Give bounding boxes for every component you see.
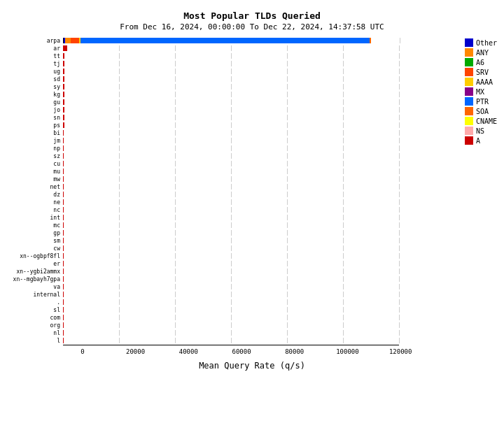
y-label: va [7,284,63,290]
y-label: ug [7,69,63,75]
legend-color-box [465,97,473,106]
x-label: 100000 [321,348,374,355]
y-label: ne [7,199,63,206]
bar-segment [63,292,64,297]
bar-segment [63,53,64,59]
y-label: ps [7,122,63,129]
y-label: sn [7,115,63,121]
y-label: gu [7,99,63,106]
bar-container [63,176,399,182]
x-label: 80000 [268,348,321,355]
x-label: 60000 [215,348,268,355]
bar-segment [63,76,64,82]
bar-row: sz [7,152,427,159]
bar-row: kg [7,91,427,98]
y-label: tj [7,61,63,67]
bar-segment [63,238,64,243]
bar-row: np [7,145,427,152]
bar-row: er [7,260,427,267]
bar-container [63,69,399,74]
y-label: sl [7,307,63,313]
bar-row: ne [7,199,427,206]
bar-segment [63,61,64,66]
bar-segment [63,84,64,89]
legend-color-box [465,117,473,125]
bar-container [63,115,399,120]
legend-color-box [465,68,473,76]
bar-row: mc [7,222,427,229]
legend-item: Other [465,38,497,47]
bar-row: ar [7,45,427,52]
x-label: 0 [56,348,109,355]
bar-row: net [7,183,427,190]
bar-segment [63,45,67,51]
bar-row: mw [7,176,427,182]
bar-container [63,307,399,313]
bar-container [63,61,399,66]
bar-row: nc [7,206,427,213]
bar-row: org [7,322,427,329]
bar-container [63,45,399,51]
bar-container [63,107,399,113]
bar-row: internal [7,291,427,298]
bar-row: jo [7,106,427,113]
bar-container [63,138,399,143]
bar-segment [63,69,64,74]
x-axis-labels: 020000400006000080000100000120000 [63,348,427,355]
bar-container [63,322,399,328]
legend-label: PTR [476,98,489,106]
legend-color-box [465,107,473,115]
bar-container [63,184,399,189]
legend-label: SOA [476,108,489,115]
bar-row: cw [7,245,427,252]
bar-container [63,253,399,259]
bar-container [63,207,399,213]
bar-container [63,230,399,236]
bar-segment [63,153,64,159]
bar-row: nl [7,329,427,336]
y-label: mu [7,169,63,175]
y-label: xn--ogbpf8fl [7,253,63,259]
bar-row: sl [7,306,427,313]
y-label: internal [7,292,63,298]
y-label: cw [7,245,63,252]
legend-item: AAAA [465,78,497,86]
y-label: jo [7,107,63,113]
bar-segment [63,299,64,305]
y-label: sy [7,84,63,90]
bar-container [63,315,399,320]
bar-row: arpa [7,37,427,44]
bar-segment [63,107,64,113]
legend-label: A [476,137,480,145]
legend-item: CNAME [465,117,497,125]
y-label: bi [7,130,63,136]
y-label: sz [7,153,63,159]
y-label: ar [7,45,63,52]
bar-segment [63,138,64,143]
legend-label: Other [476,39,497,47]
bar-segment [63,222,64,228]
y-label: tt [7,53,63,59]
bar-container [63,299,399,305]
bar-segment [63,253,64,259]
legend-color-box [465,48,473,57]
bar-segment [63,338,64,343]
bar-row: jm [7,137,427,144]
bar-row: . [7,299,427,306]
bar-segment [63,192,64,197]
bar-row: sd [7,76,427,83]
bar-segment [63,145,64,151]
bar-segment [63,122,64,128]
bar-segment [63,176,64,182]
bar-segment [63,307,64,313]
bar-container [63,53,399,59]
bar-row: va [7,283,427,290]
legend-label: SRV [476,69,489,76]
y-label: org [7,322,63,329]
x-label: 120000 [374,348,427,355]
bar-container [63,192,399,197]
chart-subtitle: From Dec 16, 2024, 00:00:00 To Dec 22, 2… [7,22,497,31]
bar-segment [63,261,64,266]
bar-row: gu [7,99,427,106]
legend-item: NS [465,127,497,135]
